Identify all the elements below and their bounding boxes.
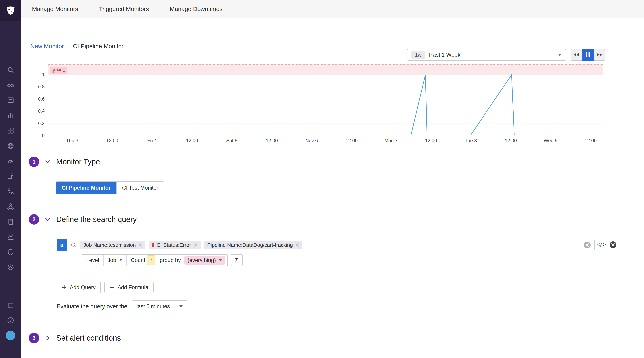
breadcrumb: New Monitor › CI Pipeline Monitor [30,43,124,50]
evaluate-label: Evaluate the query over the [57,303,128,310]
x-axis-labels: Thu 312:00Fri 412:00Sat 512:00Nov 612:00… [48,138,603,144]
step1-header[interactable]: 1 Monitor Type [29,157,100,167]
x-tick-label: Sat 5 [226,138,238,143]
x-tick-label: Nov 6 [306,138,318,143]
filter-chip-ci-status[interactable]: CI Status:Error [149,241,200,249]
grouping-controls: Level Job Count * group by (everything) … [82,254,242,266]
y-tick-label: 0.6 [38,96,45,102]
step3-header[interactable]: 3 Set alert conditions [29,333,121,343]
chat-icon[interactable] [6,302,14,310]
chevron-down-icon [219,259,222,261]
datadog-dog-icon [4,5,16,17]
plus-icon [110,285,114,290]
count-value-field[interactable]: * [147,255,156,265]
chevron-down-icon[interactable] [45,216,51,222]
evaluation-window-select[interactable]: last 5 minutes [132,300,188,312]
time-range-select[interactable]: 1w Past 1 Week [407,49,566,61]
ci-pipeline-monitor-button[interactable]: CI Pipeline Monitor [56,182,116,194]
chevron-down-icon [558,54,562,56]
filter-chip-pipeline-name[interactable]: Pipeline Name:DataDog/cart-tracking [204,241,302,249]
pause-icon [586,52,590,57]
datadog-new-monitor-page: ? Manage Monitors Triggered Monitors Man… [0,0,644,358]
ci-pipelines-icon[interactable] [6,188,14,195]
close-icon [611,243,615,247]
remove-filter-icon[interactable] [139,243,142,247]
group-by-select[interactable]: (everything) [184,256,225,265]
remove-filter-icon[interactable] [296,243,299,247]
remove-filter-icon[interactable] [194,243,197,247]
monitor-type-toggle: CI Pipeline Monitor CI Test Monitor [56,182,164,194]
infrastructure-icon[interactable] [6,127,14,135]
x-tick-label: 12:00 [346,138,358,143]
add-query-button[interactable]: Add Query [57,282,101,293]
timeline-playback-controls [570,49,605,61]
datadog-logo[interactable] [0,0,21,21]
y-tick-label: 1 [42,72,45,78]
step3-number-badge: 3 [29,333,39,343]
integrations-icon[interactable] [6,172,14,180]
security-icon[interactable] [6,248,14,256]
monitors-icon[interactable] [6,157,14,165]
svg-text:?: ? [10,318,12,322]
user-avatar[interactable] [6,331,15,340]
pause-button[interactable] [582,49,594,61]
events-icon[interactable] [6,96,14,104]
filter-chip-job-name[interactable]: Job Name:test:mission [80,241,146,249]
x-tick-label: Tue 8 [465,138,477,143]
logs-icon[interactable] [6,218,14,226]
level-label: Level [82,255,104,266]
add-formula-button[interactable]: Add Formula [104,282,154,293]
group-by-value: (everything) [188,257,216,263]
query-letter-badge: a [57,239,67,251]
page-title: CI Pipeline Monitor [73,43,124,50]
synthetics-icon[interactable] [6,142,14,150]
filter-chip-label: Pipeline Name:DataDog/cart-tracking [207,242,293,248]
profiling-icon[interactable] [6,263,14,271]
search-icon [70,242,76,248]
breadcrumb-new-monitor-link[interactable]: New Monitor [30,43,64,50]
watchdog-icon[interactable] [6,81,14,89]
clear-query-button[interactable] [584,242,590,248]
sidebar: ? [0,0,21,358]
content: New Monitor › CI Pipeline Monitor 1w Pas… [21,18,644,357]
query-row: a Job Name:test:mission CI Status:Error … [57,239,594,251]
rewind-button[interactable] [570,49,582,61]
monitors-top-nav: Manage Monitors Triggered Monitors Manag… [21,0,644,18]
level-select[interactable]: Job [104,255,127,266]
aggregate-sigma-button[interactable]: Σ [231,254,242,266]
search-icon[interactable] [6,66,14,74]
timeseries-chart: 00.20.40.60.81 y >= 1 Thu 312:00Fri 412:… [48,64,603,144]
chevron-down-icon[interactable] [45,159,51,165]
x-tick-label: Thu 3 [66,138,78,143]
metrics-icon[interactable] [6,111,14,119]
chevron-right-icon[interactable] [45,335,51,341]
plus-icon [62,285,67,290]
apm-icon[interactable] [6,233,14,241]
sidebar-nav-icons [0,66,21,271]
code-view-toggle[interactable]: </> [596,241,606,247]
help-icon[interactable]: ? [6,316,14,324]
search-query-input[interactable]: Job Name:test:mission CI Status:Error Pi… [67,239,594,251]
tab-manage-monitors[interactable]: Manage Monitors [32,6,78,12]
query-actions: Add Query Add Formula [57,282,154,293]
step1-title: Monitor Type [56,158,100,166]
step2-title: Define the search query [56,215,137,224]
y-axis-labels: 00.20.40.60.81 [27,64,45,135]
breadcrumb-separator: › [68,43,69,49]
fast-forward-button[interactable] [594,49,605,61]
step3-title: Set alert conditions [56,334,121,342]
tab-triggered-monitors[interactable]: Triggered Monitors [99,6,149,12]
ci-test-monitor-button[interactable]: CI Test Monitor [116,182,164,194]
x-tick-label: Fri 4 [147,138,157,143]
threshold-label: y >= 1 [50,67,68,74]
step2-header[interactable]: 2 Define the search query [29,214,137,225]
x-tick-label: Wed 9 [544,138,558,143]
x-tick-label: 12:00 [505,138,517,143]
service-map-icon[interactable] [6,203,14,211]
group-by-label: group by [158,255,182,266]
x-tick-label: 12:00 [106,138,118,143]
tab-manage-downtimes[interactable]: Manage Downtimes [170,6,222,12]
remove-query-button[interactable] [610,241,616,248]
y-tick-label: 0.4 [38,108,45,114]
fast-forward-icon [597,53,602,57]
